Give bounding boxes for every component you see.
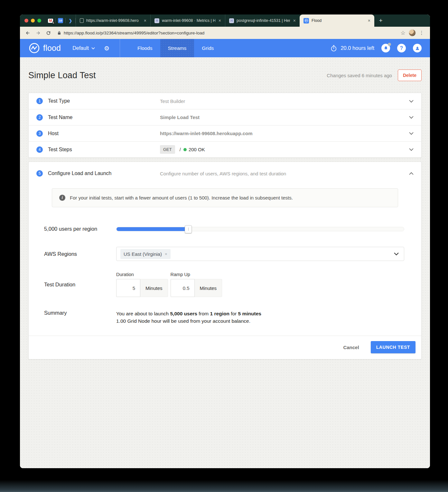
- configure-load-card: 5 Configure Load and Launch Configure nu…: [28, 162, 422, 359]
- chevron-down-icon[interactable]: [394, 252, 399, 255]
- close-window-button[interactable]: [24, 19, 28, 23]
- chevron-down-icon: [91, 47, 95, 50]
- page-icon: [80, 18, 84, 23]
- chevron-up-icon[interactable]: [409, 172, 414, 175]
- tab-close-icon[interactable]: ×: [218, 18, 222, 23]
- accordion-row-configure-load[interactable]: 5 Configure Load and Launch Configure nu…: [29, 162, 421, 184]
- accordion-row-test-steps[interactable]: 4 Test Steps GET / 200 OK: [29, 141, 421, 157]
- address-bar[interactable]: https://app.flood.io/p/32364/streams/499…: [54, 28, 397, 37]
- flood-logo[interactable]: flood: [28, 42, 61, 54]
- browser-profile-avatar[interactable]: [409, 29, 416, 36]
- http-method-badge: GET: [160, 145, 175, 154]
- notifications-button[interactable]: [381, 44, 390, 52]
- page-title: Simple Load Test: [28, 70, 96, 80]
- browser-window: M 1 10 ❯ https://warm-inlet-99608.hero ×: [20, 14, 430, 468]
- accordion-row-test-name[interactable]: 2 Test Name Simple Load Test: [29, 109, 421, 125]
- slider-fill: [117, 227, 188, 231]
- tab-close-icon[interactable]: ×: [143, 18, 147, 23]
- aws-regions-label: AWS Regions: [44, 251, 116, 257]
- settings-gear-icon[interactable]: ⚙: [104, 45, 109, 52]
- aws-regions-row: AWS Regions US East (Virginia) ×: [44, 247, 405, 261]
- delete-button[interactable]: Delete: [398, 70, 422, 81]
- saved-status: Changes saved 6 minutes ago: [327, 73, 392, 78]
- status-label: 200 OK: [189, 147, 205, 152]
- nav-item-floods[interactable]: Floods: [130, 39, 160, 57]
- page-header: Simple Load Test Changes saved 6 minutes…: [28, 70, 422, 81]
- back-button[interactable]: [23, 28, 32, 37]
- bookmark-star-button[interactable]: ☆: [398, 28, 407, 37]
- pinned-tab-calendar[interactable]: 10: [56, 14, 65, 27]
- minimize-window-button[interactable]: [31, 19, 35, 23]
- step-value: https://warm-inlet-99608.herokuapp.com: [160, 131, 253, 136]
- arrow-icon: ❯: [69, 18, 72, 23]
- users-slider[interactable]: [116, 227, 404, 231]
- test-steps-card: 1 Test Type Test Builder 2 Test Name Sim…: [28, 93, 422, 158]
- flood-logo-icon: [28, 42, 40, 54]
- users-per-region-label: 5,000 users per region: [44, 226, 116, 232]
- forward-button[interactable]: [33, 28, 42, 37]
- nav-item-grids[interactable]: Grids: [194, 39, 221, 57]
- chevron-down-icon[interactable]: [409, 116, 414, 119]
- browser-tab-3[interactable]: H postgresql-infinite-41531 | Her ×: [225, 14, 300, 27]
- pinned-tabs: M 1 10 ❯: [46, 14, 76, 27]
- app-navbar: flood Default ⚙ Floods Streams Grids: [20, 39, 430, 57]
- gmail-badge: 1: [52, 21, 54, 24]
- region-chip-label: US East (Virginia): [124, 251, 162, 257]
- main-nav: Floods Streams Grids: [130, 39, 221, 57]
- notification-badge: [388, 43, 391, 46]
- browser-menu-button[interactable]: ⋮: [417, 28, 426, 37]
- nav-item-streams[interactable]: Streams: [160, 39, 194, 57]
- gmail-icon: M 1: [48, 19, 53, 23]
- chevron-down-icon[interactable]: [409, 100, 414, 103]
- step-number-badge: 3: [36, 130, 43, 137]
- flood-favicon-icon: [303, 18, 309, 23]
- org-selector[interactable]: Default: [72, 45, 95, 51]
- accordion-row-host[interactable]: 3 Host https://warm-inlet-99608.herokuap…: [29, 125, 421, 141]
- navbar-right: 20.0 hours left ?: [330, 44, 422, 52]
- reload-button[interactable]: [44, 28, 53, 37]
- org-label: Default: [72, 45, 89, 51]
- cancel-button[interactable]: Cancel: [343, 345, 359, 350]
- rampup-input[interactable]: [171, 279, 195, 297]
- navbar-divider: [120, 39, 120, 57]
- account-button[interactable]: [413, 44, 422, 52]
- aws-regions-select[interactable]: US East (Virginia) ×: [116, 247, 404, 261]
- summary-text: You are about to launch 5,000 users from…: [116, 310, 261, 325]
- zoom-window-button[interactable]: [37, 19, 41, 23]
- step-number-badge: 4: [36, 146, 43, 153]
- help-button[interactable]: ?: [397, 44, 406, 52]
- duration-field-label: Duration: [116, 272, 168, 277]
- heroku-icon: H: [154, 18, 159, 23]
- duration-input[interactable]: [116, 279, 140, 297]
- chevron-down-icon[interactable]: [409, 132, 414, 135]
- path-label: /: [180, 147, 181, 152]
- question-icon: ?: [400, 45, 403, 51]
- accordion-row-test-type[interactable]: 1 Test Type Test Builder: [29, 93, 421, 109]
- browser-tab-flood-active[interactable]: Flood ×: [300, 14, 374, 27]
- brand-name: flood: [43, 43, 61, 53]
- browser-tab-2[interactable]: H warm-inlet-99608 · Metrics | H ×: [150, 14, 225, 27]
- kebab-menu-icon: ⋮: [419, 30, 424, 36]
- browser-tab-1[interactable]: https://warm-inlet-99608.hero ×: [76, 14, 150, 27]
- chevron-down-icon[interactable]: [409, 148, 414, 151]
- pinned-tab-arrow[interactable]: ❯: [66, 14, 75, 27]
- stopwatch-icon: [330, 45, 337, 52]
- calendar-icon: 10: [58, 18, 63, 23]
- slider-handle[interactable]: [185, 225, 192, 233]
- star-icon: ☆: [400, 30, 405, 36]
- new-tab-button[interactable]: +: [374, 14, 387, 27]
- summary-row: Summary You are about to launch 5,000 us…: [44, 310, 405, 325]
- pinned-tab-gmail[interactable]: M 1: [46, 14, 55, 27]
- step-number-badge: 1: [36, 98, 43, 104]
- tab-close-icon[interactable]: ×: [293, 18, 296, 23]
- remove-region-icon[interactable]: ×: [165, 252, 167, 256]
- summary-line-2: 1.00 Grid Node hour will be used from yo…: [116, 317, 261, 325]
- info-icon: i: [59, 195, 65, 201]
- url-text[interactable]: https://app.flood.io/p/32364/streams/499…: [64, 31, 204, 35]
- lock-icon: [57, 31, 61, 35]
- summary-label: Summary: [44, 310, 116, 316]
- launch-test-button[interactable]: LAUNCH TEST: [371, 341, 415, 353]
- tab-close-icon[interactable]: ×: [367, 18, 371, 23]
- browser-toolbar: https://app.flood.io/p/32364/streams/499…: [20, 27, 430, 39]
- info-banner: i For your initial tests, start with a f…: [52, 188, 398, 207]
